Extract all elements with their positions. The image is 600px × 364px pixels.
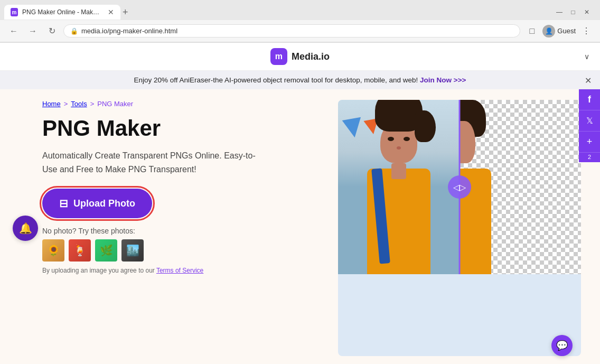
profile-avatar: 👤	[542, 25, 555, 38]
share-icon: +	[587, 136, 593, 147]
breadcrumb-sep1: >	[64, 100, 68, 108]
more-share-button[interactable]: +	[579, 132, 600, 153]
upload-icon: ⊟	[59, 197, 68, 210]
breadcrumb-home[interactable]: Home	[42, 100, 61, 108]
bell-icon: 🔔	[19, 222, 32, 235]
sample-photo-1[interactable]: 🌻	[42, 239, 64, 262]
upload-button-wrapper: ⊟ Upload Photo	[42, 189, 314, 218]
left-section: 🔔 Home > Tools > PNG Maker PNG Maker Aut…	[0, 89, 330, 364]
sample-photo-4[interactable]: 🏙️	[121, 239, 144, 262]
url-text: media.io/png-maker-online.html	[81, 27, 177, 35]
site-header: m Media.io ∨	[0, 43, 600, 71]
page-description: Automatically Create Transparent PNGs On…	[42, 149, 264, 176]
person-hair-right	[415, 110, 436, 142]
upload-photo-button[interactable]: ⊟ Upload Photo	[42, 189, 152, 218]
window-minimize-button[interactable]: —	[556, 8, 563, 16]
new-tab-button[interactable]: +	[123, 7, 128, 18]
tab-title: PNG Maker Online - Make JPG...	[22, 8, 101, 16]
upload-button-label: Upload Photo	[73, 198, 135, 209]
profile-button[interactable]: 👤 Guest	[542, 25, 576, 38]
twitter-share-button[interactable]: 𝕏	[579, 110, 600, 132]
terms-link[interactable]: Terms of Service	[156, 267, 203, 274]
checkerboard-bg	[460, 100, 581, 274]
breadcrumb-sep2: >	[90, 100, 95, 108]
logo-area[interactable]: m Media.io	[270, 48, 330, 65]
try-photos-text: No photo? Try these photos:	[42, 227, 314, 235]
refresh-button[interactable]: ↻	[44, 24, 59, 39]
social-sidebar: f 𝕏 + 2	[579, 89, 600, 162]
profile-label: Guest	[557, 27, 576, 35]
browser-tab[interactable]: m PNG Maker Online - Make JPG... ✕	[4, 5, 120, 20]
sample-photos-container: 🌻 🍹 🌿 🏙️	[42, 239, 314, 262]
breadcrumb-current: PNG Maker	[97, 100, 133, 108]
tab-favicon: m	[11, 8, 18, 16]
image-preview-container: ◁▷	[338, 100, 581, 356]
facebook-icon: f	[588, 94, 591, 105]
original-photo-side	[338, 100, 460, 274]
extensions-button[interactable]: □	[524, 24, 539, 39]
window-maximize-button[interactable]: □	[569, 8, 577, 16]
terms-text: By uploading an image you agree to our T…	[42, 267, 314, 274]
share-count: 2	[588, 153, 591, 162]
promo-banner: Enjoy 20% off AniEraser-the AI-powered o…	[0, 71, 600, 89]
url-bar[interactable]: 🔒 media.io/png-maker-online.html	[63, 24, 520, 38]
breadcrumb: Home > Tools > PNG Maker	[42, 100, 314, 108]
promo-text: Enjoy 20% off AniEraser-the AI-powered o…	[134, 76, 418, 84]
sample-photo-3[interactable]: 🌿	[95, 239, 117, 262]
logo-name: Media.io	[292, 51, 330, 62]
breadcrumb-tools[interactable]: Tools	[71, 100, 87, 108]
header-chevron-icon[interactable]: ∨	[584, 52, 589, 61]
facebook-share-button[interactable]: f	[579, 89, 600, 110]
before-after-slider[interactable]: ◁▷	[338, 100, 581, 274]
sample-photo-2[interactable]: 🍹	[69, 239, 91, 262]
logo-icon: m	[270, 48, 287, 65]
page-title: PNG Maker	[42, 116, 314, 141]
lock-icon: 🔒	[70, 27, 78, 35]
twitter-icon: 𝕏	[586, 116, 593, 126]
promo-link[interactable]: Join Now >>>	[420, 76, 466, 84]
right-section: ◁▷	[330, 89, 600, 364]
tab-close-button[interactable]: ✕	[108, 8, 114, 16]
notification-bell[interactable]: 🔔	[13, 216, 38, 241]
chat-button[interactable]: 💬	[551, 335, 573, 356]
transparent-photo-side	[460, 100, 581, 274]
window-close-button[interactable]: ✕	[583, 8, 590, 16]
chat-icon: 💬	[556, 340, 568, 351]
forward-button[interactable]: →	[25, 24, 40, 39]
back-button[interactable]: ←	[6, 24, 21, 39]
before-after-slider-handle[interactable]: ◁▷	[448, 175, 471, 199]
main-content: 🔔 Home > Tools > PNG Maker PNG Maker Aut…	[0, 89, 600, 364]
menu-button[interactable]: ⋮	[579, 24, 594, 39]
promo-close-button[interactable]: ✕	[585, 75, 592, 85]
slider-arrows-icon: ◁▷	[453, 182, 466, 192]
